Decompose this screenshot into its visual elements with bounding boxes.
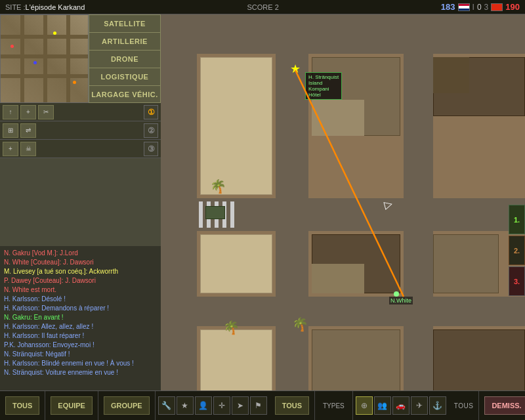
type-veh[interactable]: 🚗 [392, 396, 410, 415]
tous-group: TOUS [0, 391, 45, 420]
toolbar-row-2: ⊞ ⇌ ② [0, 121, 161, 140]
toolbar-row-3: + ☠ ③ [0, 140, 161, 158]
building-4 [200, 234, 272, 293]
road-left [161, 14, 197, 390]
logistique-button[interactable]: LOGISTIQUE [89, 68, 161, 85]
minimap-objective-marker [53, 32, 56, 35]
building-1 [200, 57, 272, 195]
chat-line-7: H. Karlsson: Demandons à réparer ! [4, 304, 157, 313]
chat-line-9: H. Karlsson: Allez, allez, allez ! [4, 322, 157, 331]
palm-1: 🌴 [210, 178, 226, 194]
cn-flag-icon [491, 3, 503, 11]
score-cn: 190 [505, 2, 520, 12]
minimap-enemy-marker [10, 45, 14, 48]
bi-star[interactable]: ★ [177, 396, 194, 415]
bottom-bar: TOUS EQUIPE GROUPE 🔧 ★ 👤 ✛ ➤ ⚑ TOUS TYPE… [0, 390, 525, 420]
types-group: TYPES [315, 391, 353, 420]
toolbar-skull-btn[interactable]: ☠ [20, 142, 36, 156]
bi-person[interactable]: 👤 [195, 396, 212, 415]
building-6 [433, 234, 499, 293]
score-section: SCORE 2 [247, 3, 278, 11]
minimap [0, 14, 89, 103]
toolbar-num-1: ① [144, 105, 158, 119]
courtyard-1 [312, 100, 364, 136]
bi-flag[interactable]: ⚑ [250, 396, 267, 415]
type-air[interactable]: ✈ [411, 396, 428, 415]
type-all[interactable]: ⊕ [356, 396, 373, 415]
palm-3: 🌴 [292, 316, 308, 332]
score-3: 3 [484, 3, 489, 12]
chat-line-8: N. Gakru: En avant ! [4, 313, 157, 322]
equipe-group: EQUIPE [45, 391, 98, 420]
toolbar-area: ↑ + ✂ ① ⊞ ⇌ ② + ☠ ③ [0, 103, 161, 158]
satellite-button[interactable]: SATELLITE [89, 14, 161, 32]
team-scores: 183 I 0 3 190 [441, 2, 525, 12]
toolbar-knife-btn[interactable]: ✂ [38, 105, 54, 119]
main-map-area[interactable]: 🌴 🌴 🌴 ★ H. Stränquist Island Kompani Hôt… [161, 14, 525, 390]
drone-button[interactable]: DRONE [89, 50, 161, 68]
player-nwhite-dot [394, 291, 399, 297]
bi-wrench[interactable]: 🔧 [158, 396, 175, 415]
toolbar-move-btn[interactable]: ↑ [3, 105, 18, 119]
top-bar: SITE : L'épisode Karkand SCORE 2 183 I 0… [0, 0, 525, 14]
chat-line-14: N. Stränquist: Voiture ennemie en vue ! [4, 368, 157, 377]
tous-button[interactable]: TOUS [5, 396, 39, 415]
demiss-group: DEMISS. [479, 396, 525, 415]
chat-line-13: H. Karlsson: Blindé ennemi en vue ! À vo… [4, 359, 157, 368]
type-inf[interactable]: 👥 [374, 396, 391, 415]
building-7 [200, 329, 272, 390]
toolbar-grid-btn[interactable]: ⊞ [3, 123, 18, 138]
score-mid: 0 [477, 3, 482, 12]
chat-line-2: N. White [Couteau]: J. Dawsori [4, 258, 157, 267]
building-3b [433, 57, 469, 93]
bi-crosshair[interactable]: ✛ [213, 396, 230, 415]
tous2-button[interactable]: TOUS [275, 396, 309, 415]
map-buttons: SATELLITE ARTILLERIE DRONE LOGISTIQUE LA… [89, 14, 161, 103]
artillerie-button[interactable]: ARTILLERIE [89, 32, 161, 50]
bi-move[interactable]: ➤ [232, 396, 249, 415]
largage-button[interactable]: LARGAGE VÉHIC. [89, 85, 161, 103]
tooltip-line-2: Island [308, 80, 339, 86]
site-label: SITE : [0, 3, 26, 11]
tous-right-label: TOUS [454, 402, 474, 410]
score-label: SCORE 2 [247, 3, 278, 11]
chat-line-1: N. Gakru [Vod M.]: J.Lord [4, 249, 157, 258]
courtyard-2 [312, 264, 364, 293]
map-background: 🌴 🌴 🌴 ★ H. Stränquist Island Kompani Hôt… [161, 14, 525, 390]
road-bottom [161, 297, 525, 326]
type-naval[interactable]: ⚓ [429, 396, 446, 415]
tooltip-line-1: H. Stränquist [308, 74, 339, 80]
star-marker: ★ [290, 62, 301, 76]
toolbar-num-2: ② [144, 123, 158, 138]
rs-1: 1. [509, 205, 525, 234]
player-nwhite-label: N.White [389, 297, 413, 304]
chat-line-4: P. Dawey [Couteau]: J. Dawsori [4, 276, 157, 285]
chat-line-10: H. Karlsson: Il faut réparer ! [4, 331, 157, 341]
tous-label-group: TOUS [270, 391, 315, 420]
us-flag-icon [458, 3, 470, 11]
map-tooltip: H. Stränquist Island Kompani Hôtel [305, 72, 342, 100]
minimap-bg [1, 15, 88, 102]
site-name: L'épisode Karkand [26, 3, 85, 11]
tous-right-group: TOUS [449, 391, 480, 420]
equipe-button[interactable]: EQUIPE [51, 396, 93, 415]
toolbar-num-3: ③ [144, 142, 158, 156]
vehicle-1 [205, 206, 225, 219]
groupe-button[interactable]: GROUPE [104, 396, 150, 415]
right-score-panel: 1. 2. 3. [509, 205, 525, 297]
building-8 [312, 329, 400, 390]
chat-area: N. Gakru [Vod M.]: J.Lord N. White [Cout… [0, 246, 161, 390]
chat-line-3: M. Livesey [a tué son coéq.]: Ackworrth [4, 267, 157, 276]
score-us: 183 [441, 2, 455, 12]
bottom-icons: 🔧 ★ 👤 ✛ ➤ ⚑ [156, 396, 270, 415]
palm-2: 🌴 [223, 320, 240, 335]
toolbar-add-btn[interactable]: + [20, 105, 36, 119]
rs-2: 2. [509, 236, 525, 265]
types-label: TYPES [320, 402, 347, 410]
chat-line-11: P.K. Johansson: Envoyez-moi ! [4, 341, 157, 350]
chat-line-12: N. Stränquist: Négatif ! [4, 350, 157, 359]
toolbar-plus2-btn[interactable]: + [3, 142, 18, 156]
toolbar-arrows-btn[interactable]: ⇌ [20, 123, 36, 138]
tooltip-line-3: Kompani [308, 86, 339, 92]
demiss-button[interactable]: DEMISS. [484, 396, 525, 415]
